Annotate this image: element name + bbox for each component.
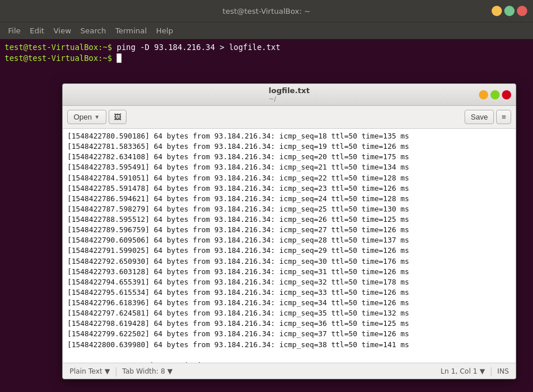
insert-mode-label: INS bbox=[497, 367, 509, 375]
tab-width-arrow: ▼ bbox=[167, 367, 172, 375]
menu-terminal[interactable]: Terminal bbox=[112, 25, 150, 36]
gedit-statusbar: Plain Text ▼ | Tab Width: 8 ▼ Ln 1, Col … bbox=[63, 363, 516, 379]
terminal-window-controls bbox=[492, 6, 527, 16]
gedit-text-content[interactable]: [1548422780.590186] 64 bytes from 93.184… bbox=[63, 129, 516, 363]
terminal-close-button[interactable] bbox=[517, 6, 527, 16]
terminal-cursor: █ bbox=[117, 53, 121, 63]
terminal-menubar: File Edit View Search Terminal Help bbox=[0, 22, 533, 39]
terminal-maximize-button[interactable] bbox=[504, 6, 515, 16]
terminal-minimize-button[interactable] bbox=[492, 6, 502, 16]
gedit-maximize-button[interactable] bbox=[490, 90, 500, 99]
gedit-toolbar: Open ▼ 🖼 Save ≡ bbox=[63, 106, 516, 129]
cursor-position-arrow: ▼ bbox=[480, 367, 485, 375]
gedit-status-right: Ln 1, Col 1 ▼ | INS bbox=[440, 366, 509, 376]
gedit-window-controls bbox=[479, 90, 511, 99]
terminal-line-2: test@test-VirtualBox:~$ █ bbox=[5, 52, 528, 63]
gedit-titlebar: logfile.txt ~/ bbox=[63, 84, 516, 106]
gedit-filename: logfile.txt bbox=[269, 86, 309, 95]
gedit-window: logfile.txt ~/ Open ▼ 🖼 Save ≡ [15484227… bbox=[62, 83, 516, 379]
menu-edit[interactable]: Edit bbox=[26, 25, 48, 36]
cursor-position-label: Ln 1, Col 1 bbox=[440, 367, 477, 375]
terminal-prompt-1: test@test-VirtualBox:~$ bbox=[5, 43, 117, 52]
menu-file[interactable]: File bbox=[5, 25, 24, 36]
open-label: Open bbox=[74, 113, 92, 121]
terminal-titlebar: test@test-VirtualBox: ~ bbox=[0, 0, 533, 22]
plain-text-arrow: ▼ bbox=[105, 367, 110, 375]
terminal-prompt-2: test@test-VirtualBox:~$ bbox=[5, 53, 117, 63]
gedit-filepath: ~/ bbox=[269, 95, 309, 103]
gedit-close-button[interactable] bbox=[502, 90, 511, 99]
gedit-minimize-button[interactable] bbox=[479, 90, 488, 99]
menu-search[interactable]: Search bbox=[77, 25, 110, 36]
gedit-open-button[interactable]: Open ▼ bbox=[67, 110, 106, 124]
status-sep-1: | bbox=[114, 366, 117, 376]
plain-text-status[interactable]: Plain Text ▼ bbox=[70, 367, 110, 375]
status-sep-2: | bbox=[489, 366, 492, 376]
tab-width-status[interactable]: Tab Width: 8 ▼ bbox=[122, 367, 173, 375]
gedit-save-button[interactable]: Save bbox=[465, 110, 494, 124]
open-dropdown-arrow: ▼ bbox=[94, 114, 100, 120]
gedit-menu-button[interactable]: ≡ bbox=[496, 110, 511, 124]
plain-text-label: Plain Text bbox=[70, 367, 102, 375]
menu-help[interactable]: Help bbox=[152, 25, 177, 36]
gedit-image-button[interactable]: 🖼 bbox=[109, 110, 126, 124]
tab-width-label: Tab Width: 8 bbox=[122, 367, 165, 375]
terminal-title: test@test-VirtualBox: ~ bbox=[223, 7, 310, 16]
terminal-line-1: test@test-VirtualBox:~$ ping -D 93.184.2… bbox=[5, 41, 528, 52]
cursor-position-status[interactable]: Ln 1, Col 1 ▼ bbox=[440, 367, 485, 375]
menu-view[interactable]: View bbox=[50, 25, 75, 36]
gedit-title-block: logfile.txt ~/ bbox=[269, 86, 309, 103]
terminal-command-1: ping -D 93.184.216.34 > logfile.txt bbox=[117, 43, 280, 52]
